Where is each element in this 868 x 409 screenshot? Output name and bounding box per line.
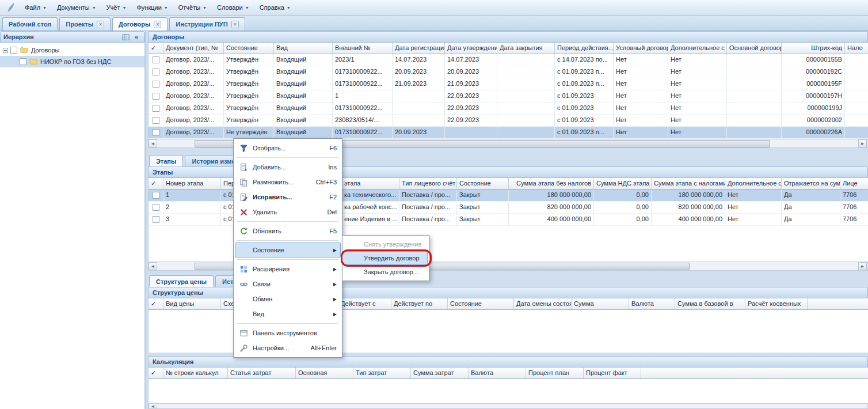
- table-row[interactable]: Договор, 2023/...УтверждёнВходящий017310…: [149, 103, 868, 115]
- table-row[interactable]: Договор, 2023/...УтверждёнВходящий2023/1…: [149, 54, 868, 66]
- close-icon[interactable]: ×: [154, 21, 161, 28]
- column-header[interactable]: Валюта: [629, 298, 675, 309]
- scroll-left-arrow[interactable]: ◄: [149, 403, 157, 409]
- context-menu-item-5[interactable]: УдалитьDel: [235, 204, 341, 219]
- close-icon[interactable]: ×: [97, 21, 104, 28]
- row-checkbox[interactable]: [153, 117, 159, 124]
- context-menu-item-12[interactable]: Связи▶: [235, 277, 341, 291]
- menu-item-3[interactable]: Функции▼: [131, 1, 173, 14]
- context-menu-item-17[interactable]: Настройки...Alt+Enter: [235, 340, 341, 355]
- column-header[interactable]: Нало: [845, 43, 868, 54]
- scroll-right-arrow[interactable]: ►: [858, 139, 867, 147]
- submenu-item-1[interactable]: Утвердить договор: [344, 251, 428, 265]
- scroll-left-arrow[interactable]: ◄: [149, 139, 157, 147]
- tab-0[interactable]: Рабочий стол: [2, 17, 58, 31]
- column-header[interactable]: Сумма в базовой в: [675, 298, 745, 309]
- table-view-icon[interactable]: [121, 33, 130, 41]
- collapse-panel-icon[interactable]: «: [132, 33, 141, 41]
- column-header[interactable]: Дата утверждения: [445, 43, 497, 54]
- column-header[interactable]: Состояние: [448, 298, 514, 309]
- context-menu-item-9[interactable]: Состояние▶: [235, 243, 341, 257]
- column-header[interactable]: Процент план: [526, 368, 584, 378]
- stages-tab-0[interactable]: Этапы: [149, 155, 183, 166]
- context-menu-item-14[interactable]: Вид▶: [235, 306, 341, 321]
- tab-3[interactable]: Инструкции ПУП×: [169, 17, 245, 31]
- row-checkbox[interactable]: [153, 216, 159, 223]
- select-column-header[interactable]: ✓: [149, 178, 163, 189]
- tab-1[interactable]: Проекты×: [59, 17, 111, 31]
- row-checkbox[interactable]: [153, 81, 159, 88]
- tab-2[interactable]: Договоры×: [112, 17, 167, 31]
- column-header[interactable]: Сумма: [572, 298, 629, 309]
- row-checkbox[interactable]: [153, 129, 159, 136]
- column-header[interactable]: Документ (тип, №: [163, 43, 224, 54]
- row-checkbox[interactable]: [153, 192, 159, 199]
- column-header[interactable]: Условный договор: [614, 43, 668, 54]
- context-menu-item-2[interactable]: Добавить...Ins: [235, 160, 341, 175]
- column-header[interactable]: Дата закрытия: [497, 43, 555, 54]
- row-checkbox[interactable]: [153, 105, 159, 112]
- column-header[interactable]: Отражается на сум: [782, 178, 840, 189]
- table-row[interactable]: Договор, 2023/...УтверждёнВходящий017310…: [149, 66, 868, 78]
- menu-item-2[interactable]: Учёт▼: [101, 1, 132, 14]
- scroll-right-arrow[interactable]: ►: [858, 262, 867, 270]
- column-header[interactable]: Внешний №: [333, 43, 393, 54]
- column-header[interactable]: Номер этапа: [163, 178, 221, 189]
- column-header[interactable]: Сумма НДС этапа: [594, 178, 652, 189]
- column-header[interactable]: Сумма затрат: [411, 368, 469, 378]
- table-row[interactable]: Договор, 2023/...УтверждёнВходящий017310…: [149, 78, 868, 90]
- column-header[interactable]: Тип затрат: [353, 368, 411, 378]
- select-column-header[interactable]: ✓: [149, 298, 163, 309]
- column-header[interactable]: Действует с: [338, 298, 391, 309]
- menu-item-6[interactable]: Справка▼: [254, 1, 296, 14]
- column-header[interactable]: Вид цены: [163, 298, 221, 309]
- select-column-header[interactable]: ✓: [149, 43, 163, 54]
- column-header[interactable]: Процент факт: [584, 368, 641, 378]
- column-header[interactable]: Дополнительное с: [668, 43, 727, 54]
- column-header[interactable]: Дата регистрации: [393, 43, 445, 54]
- row-checkbox[interactable]: [153, 69, 159, 75]
- column-header[interactable]: Тип лицевого счёт: [399, 178, 457, 189]
- column-header[interactable]: Лице: [840, 178, 868, 189]
- tree-expander-icon[interactable]: [3, 48, 8, 53]
- column-header[interactable]: Расчёт косвенных: [745, 298, 808, 309]
- column-header[interactable]: Статья затрат: [228, 368, 296, 378]
- column-header[interactable]: Состояние: [224, 43, 274, 54]
- context-menu-item-7[interactable]: ОбновитьF5: [235, 224, 341, 238]
- column-header[interactable]: Валюта: [469, 368, 526, 378]
- column-header[interactable]: № строки калькул: [163, 368, 228, 378]
- column-header[interactable]: Вид: [274, 43, 333, 54]
- table-row[interactable]: Договор, 2023/...Не утверждёнВходящий017…: [149, 127, 868, 139]
- row-checkbox[interactable]: [153, 56, 159, 63]
- context-menu-item-16[interactable]: Панель инструментов: [235, 325, 341, 340]
- scroll-left-arrow[interactable]: ◄: [149, 262, 157, 270]
- column-header[interactable]: Основная: [296, 368, 353, 378]
- column-header[interactable]: Состояние: [457, 178, 509, 189]
- context-menu-item-11[interactable]: Расширения▶: [235, 262, 341, 277]
- select-column-header[interactable]: ✓: [149, 368, 163, 378]
- price-tab-0[interactable]: Структура цены: [149, 275, 214, 287]
- row-checkbox[interactable]: [153, 93, 159, 100]
- table-row[interactable]: Договор, 2023/...УтверждёнВходящий122.09…: [149, 90, 868, 103]
- column-header[interactable]: Штрих-код: [782, 43, 845, 54]
- close-icon[interactable]: ×: [231, 21, 239, 28]
- menu-item-1[interactable]: Документы▼: [52, 1, 101, 14]
- context-menu-item-4[interactable]: Исправить...F2: [235, 190, 341, 204]
- column-header[interactable]: Основной договор: [727, 43, 782, 54]
- column-header[interactable]: Сумма этапа без налогов: [509, 178, 594, 189]
- menu-item-4[interactable]: Отчёты▼: [173, 1, 212, 14]
- context-menu-item-3[interactable]: Размножить...Ctrl+F3: [235, 175, 341, 190]
- submenu-item-0[interactable]: Снять утверждение: [344, 237, 428, 251]
- table-row[interactable]: Договор, 2023/...УтверждёнВходящий230823…: [149, 115, 868, 127]
- context-menu-item-0[interactable]: Отобрать...F6: [235, 141, 341, 156]
- tree-checkbox[interactable]: [10, 47, 17, 54]
- menu-item-0[interactable]: Файл▼: [20, 1, 52, 14]
- tree-node-1[interactable]: НИОКР по ГОЗ без НДС: [0, 56, 144, 67]
- submenu-item-2[interactable]: Закрыть договор...: [344, 265, 428, 279]
- context-menu-item-13[interactable]: Обмен▶: [235, 291, 341, 306]
- tree-checkbox[interactable]: [20, 58, 26, 65]
- column-header[interactable]: Дата смены состоя: [514, 298, 572, 309]
- column-header[interactable]: Действует по: [391, 298, 448, 309]
- menu-item-5[interactable]: Словари▼: [212, 1, 254, 14]
- column-header[interactable]: Период действия...: [555, 43, 614, 54]
